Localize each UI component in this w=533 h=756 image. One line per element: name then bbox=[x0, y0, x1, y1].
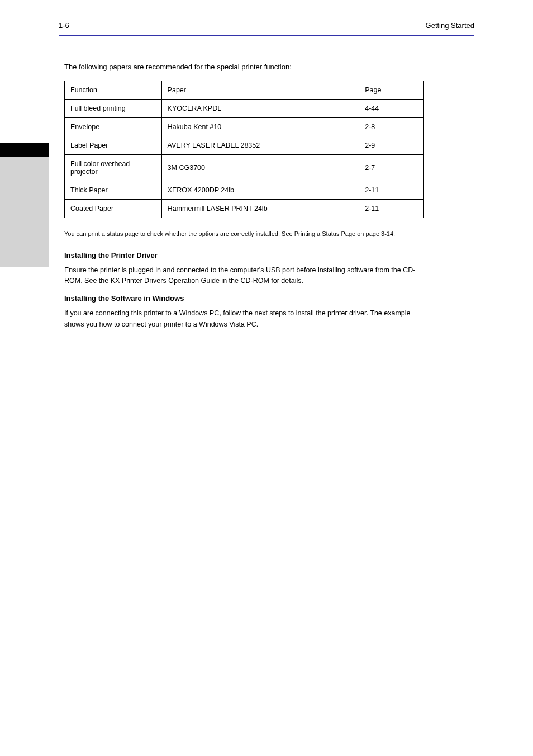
cell-paper: 3M CG3700 bbox=[161, 154, 359, 181]
cell-page: 2-11 bbox=[359, 199, 424, 218]
section-body: If you are connecting this printer to a … bbox=[64, 308, 424, 330]
cell-paper: KYOCERA KPDL bbox=[161, 99, 359, 117]
cell-page: 2-7 bbox=[359, 154, 424, 181]
table-row: Coated Paper Hammermill LASER PRINT 24lb… bbox=[65, 199, 424, 218]
table-row: Full bleed printing KYOCERA KPDL 4-44 bbox=[65, 99, 424, 117]
th-paper: Paper bbox=[161, 81, 359, 99]
cell-function: Envelope bbox=[65, 117, 162, 136]
cell-function: Full color overhead projector bbox=[65, 154, 162, 181]
page-content: The following papers are recommended for… bbox=[64, 50, 424, 337]
intro-text: The following papers are recommended for… bbox=[64, 62, 424, 73]
cell-paper: XEROX 4200DP 24lb bbox=[161, 181, 359, 199]
cell-function: Label Paper bbox=[65, 136, 162, 154]
cell-paper: Hakuba Kent #10 bbox=[161, 117, 359, 136]
section-body: Ensure the printer is plugged in and con… bbox=[64, 265, 424, 287]
page-number: 1-6 bbox=[59, 21, 69, 30]
table-header-row: Function Paper Page bbox=[65, 81, 424, 99]
paper-table: Function Paper Page Full bleed printing … bbox=[64, 81, 424, 218]
cell-page: 2-11 bbox=[359, 181, 424, 199]
table-row: Label Paper AVERY LASER LABEL 28352 2-9 bbox=[65, 136, 424, 154]
cell-function: Thick Paper bbox=[65, 181, 162, 199]
chapter-title: Getting Started bbox=[426, 21, 474, 30]
side-tab bbox=[0, 143, 49, 267]
cell-page: 2-9 bbox=[359, 136, 424, 154]
table-row: Full color overhead projector 3M CG3700 … bbox=[65, 154, 424, 181]
header-rule bbox=[59, 35, 474, 36]
section-heading: Installing the Software in Windows bbox=[64, 294, 424, 303]
cell-page: 2-8 bbox=[359, 117, 424, 136]
cell-function: Coated Paper bbox=[65, 199, 162, 218]
th-page: Page bbox=[359, 81, 424, 99]
table-row: Thick Paper XEROX 4200DP 24lb 2-11 bbox=[65, 181, 424, 199]
cell-function: Full bleed printing bbox=[65, 99, 162, 117]
cell-page: 4-44 bbox=[359, 99, 424, 117]
cell-paper: Hammermill LASER PRINT 24lb bbox=[161, 199, 359, 218]
th-function: Function bbox=[65, 81, 162, 99]
table-note: You can print a status page to check whe… bbox=[64, 229, 424, 239]
table-row: Envelope Hakuba Kent #10 2-8 bbox=[65, 117, 424, 136]
page-header: 1-6 Getting Started bbox=[59, 21, 474, 30]
cell-paper: AVERY LASER LABEL 28352 bbox=[161, 136, 359, 154]
section-heading: Installing the Printer Driver bbox=[64, 251, 424, 259]
